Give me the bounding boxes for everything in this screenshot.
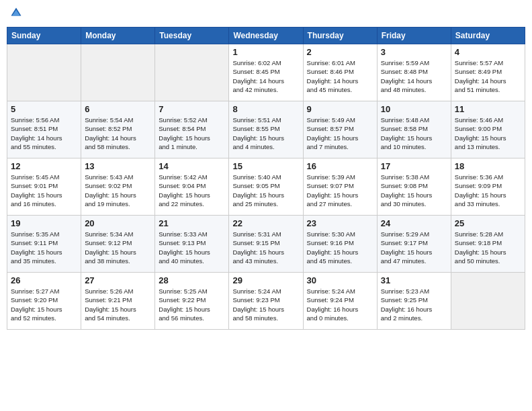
calendar-cell	[155, 44, 229, 101]
day-number: 8	[232, 104, 299, 114]
calendar-cell: 19Sunrise: 5:35 AMSunset: 9:11 PMDayligh…	[7, 216, 81, 273]
day-number: 11	[455, 104, 521, 114]
cell-info: Sunrise: 5:51 AMSunset: 8:55 PMDaylight:…	[232, 116, 299, 151]
cell-info: Sunrise: 5:26 AMSunset: 9:21 PMDaylight:…	[85, 287, 151, 322]
calendar-cell: 17Sunrise: 5:38 AMSunset: 9:08 PMDayligh…	[377, 158, 451, 216]
column-header-wednesday: Wednesday	[229, 28, 303, 44]
page-header	[7, 7, 525, 21]
cell-info: Sunrise: 5:24 AMSunset: 9:23 PMDaylight:…	[232, 287, 299, 322]
column-header-thursday: Thursday	[303, 28, 377, 44]
day-number: 31	[381, 275, 447, 285]
calendar-week-row: 12Sunrise: 5:45 AMSunset: 9:01 PMDayligh…	[7, 158, 525, 216]
cell-info: Sunrise: 5:35 AMSunset: 9:11 PMDaylight:…	[11, 230, 77, 265]
cell-info: Sunrise: 5:52 AMSunset: 8:54 PMDaylight:…	[159, 116, 225, 151]
cell-info: Sunrise: 5:46 AMSunset: 9:00 PMDaylight:…	[455, 116, 521, 151]
column-header-tuesday: Tuesday	[155, 28, 229, 44]
logo	[9, 7, 24, 21]
day-number: 30	[307, 275, 373, 285]
calendar-cell	[451, 273, 525, 330]
cell-info: Sunrise: 5:38 AMSunset: 9:08 PMDaylight:…	[381, 173, 447, 208]
cell-info: Sunrise: 5:39 AMSunset: 9:07 PMDaylight:…	[307, 173, 373, 208]
cell-info: Sunrise: 5:24 AMSunset: 9:24 PMDaylight:…	[307, 287, 373, 322]
calendar-cell: 21Sunrise: 5:33 AMSunset: 9:13 PMDayligh…	[155, 216, 229, 273]
calendar-cell: 15Sunrise: 5:40 AMSunset: 9:05 PMDayligh…	[229, 158, 303, 216]
calendar-cell: 10Sunrise: 5:48 AMSunset: 8:58 PMDayligh…	[377, 101, 451, 158]
day-number: 27	[85, 275, 151, 285]
calendar-cell: 27Sunrise: 5:26 AMSunset: 9:21 PMDayligh…	[81, 273, 155, 330]
calendar-cell: 7Sunrise: 5:52 AMSunset: 8:54 PMDaylight…	[155, 101, 229, 158]
day-number: 23	[307, 218, 373, 228]
cell-info: Sunrise: 5:31 AMSunset: 9:15 PMDaylight:…	[232, 230, 299, 265]
day-number: 28	[159, 275, 225, 285]
calendar-header-row: SundayMondayTuesdayWednesdayThursdayFrid…	[7, 28, 525, 44]
cell-info: Sunrise: 5:56 AMSunset: 8:51 PMDaylight:…	[11, 116, 77, 151]
cell-info: Sunrise: 5:29 AMSunset: 9:17 PMDaylight:…	[381, 230, 447, 265]
calendar-cell: 26Sunrise: 5:27 AMSunset: 9:20 PMDayligh…	[7, 273, 81, 330]
day-number: 19	[11, 218, 77, 228]
calendar-week-row: 5Sunrise: 5:56 AMSunset: 8:51 PMDaylight…	[7, 101, 525, 158]
day-number: 21	[159, 218, 225, 228]
cell-info: Sunrise: 6:01 AMSunset: 8:46 PMDaylight:…	[307, 58, 373, 94]
cell-info: Sunrise: 6:02 AMSunset: 8:45 PMDaylight:…	[232, 58, 299, 94]
day-number: 25	[455, 218, 521, 228]
calendar-week-row: 1Sunrise: 6:02 AMSunset: 8:45 PMDaylight…	[7, 44, 525, 101]
day-number: 24	[381, 218, 447, 228]
day-number: 26	[11, 275, 77, 285]
cell-info: Sunrise: 5:23 AMSunset: 9:25 PMDaylight:…	[381, 287, 447, 322]
calendar-cell: 9Sunrise: 5:49 AMSunset: 8:57 PMDaylight…	[303, 101, 377, 158]
day-number: 1	[232, 47, 299, 57]
day-number: 20	[85, 218, 151, 228]
calendar-cell: 14Sunrise: 5:42 AMSunset: 9:04 PMDayligh…	[155, 158, 229, 216]
day-number: 2	[307, 47, 373, 57]
day-number: 18	[455, 161, 521, 171]
cell-info: Sunrise: 5:36 AMSunset: 9:09 PMDaylight:…	[455, 173, 521, 208]
cell-info: Sunrise: 5:49 AMSunset: 8:57 PMDaylight:…	[307, 116, 373, 151]
day-number: 7	[159, 104, 225, 114]
calendar-cell: 2Sunrise: 6:01 AMSunset: 8:46 PMDaylight…	[303, 44, 377, 101]
calendar-cell: 22Sunrise: 5:31 AMSunset: 9:15 PMDayligh…	[229, 216, 303, 273]
calendar-cell: 30Sunrise: 5:24 AMSunset: 9:24 PMDayligh…	[303, 273, 377, 330]
cell-info: Sunrise: 5:45 AMSunset: 9:01 PMDaylight:…	[11, 173, 77, 208]
cell-info: Sunrise: 5:30 AMSunset: 9:16 PMDaylight:…	[307, 230, 373, 265]
day-number: 14	[159, 161, 225, 171]
calendar-cell: 8Sunrise: 5:51 AMSunset: 8:55 PMDaylight…	[229, 101, 303, 158]
day-number: 29	[232, 275, 299, 285]
calendar-cell: 31Sunrise: 5:23 AMSunset: 9:25 PMDayligh…	[377, 273, 451, 330]
cell-info: Sunrise: 5:54 AMSunset: 8:52 PMDaylight:…	[85, 116, 151, 151]
day-number: 16	[307, 161, 373, 171]
calendar-week-row: 26Sunrise: 5:27 AMSunset: 9:20 PMDayligh…	[7, 273, 525, 330]
calendar-cell: 20Sunrise: 5:34 AMSunset: 9:12 PMDayligh…	[81, 216, 155, 273]
cell-info: Sunrise: 5:28 AMSunset: 9:18 PMDaylight:…	[455, 230, 521, 265]
day-number: 15	[232, 161, 299, 171]
cell-info: Sunrise: 5:59 AMSunset: 8:48 PMDaylight:…	[381, 58, 447, 94]
calendar-table: SundayMondayTuesdayWednesdayThursdayFrid…	[7, 27, 525, 330]
cell-info: Sunrise: 5:33 AMSunset: 9:13 PMDaylight:…	[159, 230, 225, 265]
cell-info: Sunrise: 5:42 AMSunset: 9:04 PMDaylight:…	[159, 173, 225, 208]
day-number: 4	[455, 47, 521, 57]
calendar-cell: 11Sunrise: 5:46 AMSunset: 9:00 PMDayligh…	[451, 101, 525, 158]
calendar-cell	[81, 44, 155, 101]
cell-info: Sunrise: 5:48 AMSunset: 8:58 PMDaylight:…	[381, 116, 447, 151]
cell-info: Sunrise: 5:34 AMSunset: 9:12 PMDaylight:…	[85, 230, 151, 265]
calendar-cell: 23Sunrise: 5:30 AMSunset: 9:16 PMDayligh…	[303, 216, 377, 273]
column-header-saturday: Saturday	[451, 28, 525, 44]
column-header-friday: Friday	[377, 28, 451, 44]
calendar-cell: 16Sunrise: 5:39 AMSunset: 9:07 PMDayligh…	[303, 158, 377, 216]
cell-info: Sunrise: 5:27 AMSunset: 9:20 PMDaylight:…	[11, 287, 77, 322]
day-number: 5	[11, 104, 77, 114]
calendar-cell: 24Sunrise: 5:29 AMSunset: 9:17 PMDayligh…	[377, 216, 451, 273]
cell-info: Sunrise: 5:40 AMSunset: 9:05 PMDaylight:…	[232, 173, 299, 208]
calendar-cell: 13Sunrise: 5:43 AMSunset: 9:02 PMDayligh…	[81, 158, 155, 216]
calendar-cell: 25Sunrise: 5:28 AMSunset: 9:18 PMDayligh…	[451, 216, 525, 273]
day-number: 17	[381, 161, 447, 171]
calendar-cell: 5Sunrise: 5:56 AMSunset: 8:51 PMDaylight…	[7, 101, 81, 158]
day-number: 13	[85, 161, 151, 171]
day-number: 9	[307, 104, 373, 114]
day-number: 3	[381, 47, 447, 57]
calendar-week-row: 19Sunrise: 5:35 AMSunset: 9:11 PMDayligh…	[7, 216, 525, 273]
calendar-cell: 6Sunrise: 5:54 AMSunset: 8:52 PMDaylight…	[81, 101, 155, 158]
cell-info: Sunrise: 5:57 AMSunset: 8:49 PMDaylight:…	[455, 58, 521, 94]
calendar-cell: 1Sunrise: 6:02 AMSunset: 8:45 PMDaylight…	[229, 44, 303, 101]
cell-info: Sunrise: 5:43 AMSunset: 9:02 PMDaylight:…	[85, 173, 151, 208]
day-number: 6	[85, 104, 151, 114]
